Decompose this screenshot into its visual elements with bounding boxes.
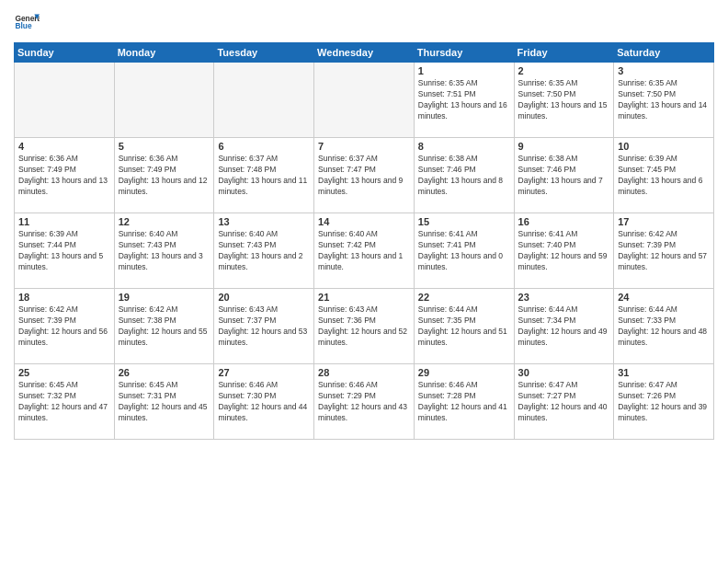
calendar-cell: 3Sunrise: 6:35 AMSunset: 7:50 PMDaylight… [614, 63, 714, 138]
calendar-cell: 23Sunrise: 6:44 AMSunset: 7:34 PMDayligh… [514, 289, 614, 364]
day-number: 27 [218, 367, 310, 378]
day-number: 6 [218, 141, 310, 152]
calendar-cell: 5Sunrise: 6:36 AMSunset: 7:49 PMDaylight… [114, 138, 214, 213]
calendar-week-row: 25Sunrise: 6:45 AMSunset: 7:32 PMDayligh… [15, 364, 714, 440]
day-info: Sunrise: 6:38 AMSunset: 7:46 PMDaylight:… [418, 154, 510, 198]
day-number: 17 [618, 216, 710, 227]
calendar-week-row: 11Sunrise: 6:39 AMSunset: 7:44 PMDayligh… [15, 213, 714, 289]
day-number: 20 [218, 292, 310, 303]
day-number: 16 [518, 216, 610, 227]
day-info: Sunrise: 6:35 AMSunset: 7:51 PMDaylight:… [418, 78, 510, 122]
day-info: Sunrise: 6:45 AMSunset: 7:32 PMDaylight:… [18, 380, 110, 424]
day-info: Sunrise: 6:42 AMSunset: 7:39 PMDaylight:… [618, 229, 710, 273]
calendar-cell: 20Sunrise: 6:43 AMSunset: 7:37 PMDayligh… [214, 289, 314, 364]
day-info: Sunrise: 6:44 AMSunset: 7:33 PMDaylight:… [618, 304, 710, 349]
calendar-cell: 2Sunrise: 6:35 AMSunset: 7:50 PMDaylight… [514, 63, 614, 138]
day-info: Sunrise: 6:46 AMSunset: 7:28 PMDaylight:… [418, 380, 510, 424]
calendar-cell: 11Sunrise: 6:39 AMSunset: 7:44 PMDayligh… [15, 213, 115, 289]
day-info: Sunrise: 6:43 AMSunset: 7:37 PMDaylight:… [218, 304, 310, 349]
col-header-saturday: Saturday [614, 43, 714, 63]
day-info: Sunrise: 6:44 AMSunset: 7:34 PMDaylight:… [518, 304, 610, 349]
day-info: Sunrise: 6:41 AMSunset: 7:40 PMDaylight:… [518, 229, 610, 273]
day-info: Sunrise: 6:45 AMSunset: 7:31 PMDaylight:… [119, 380, 210, 424]
calendar-cell: 27Sunrise: 6:46 AMSunset: 7:30 PMDayligh… [214, 364, 314, 440]
calendar-cell: 16Sunrise: 6:41 AMSunset: 7:40 PMDayligh… [514, 213, 614, 289]
day-info: Sunrise: 6:43 AMSunset: 7:36 PMDaylight:… [318, 304, 410, 349]
day-info: Sunrise: 6:42 AMSunset: 7:39 PMDaylight:… [18, 304, 110, 349]
calendar-cell: 15Sunrise: 6:41 AMSunset: 7:41 PMDayligh… [414, 213, 514, 289]
day-number: 22 [418, 292, 510, 303]
calendar-cell: 1Sunrise: 6:35 AMSunset: 7:51 PMDaylight… [414, 63, 514, 138]
calendar-week-row: 4Sunrise: 6:36 AMSunset: 7:49 PMDaylight… [15, 138, 714, 213]
calendar-cell: 31Sunrise: 6:47 AMSunset: 7:26 PMDayligh… [614, 364, 714, 440]
calendar-cell [15, 63, 115, 138]
calendar-cell: 17Sunrise: 6:42 AMSunset: 7:39 PMDayligh… [614, 213, 714, 289]
calendar-table: SundayMondayTuesdayWednesdayThursdayFrid… [14, 42, 714, 440]
day-number: 13 [218, 216, 310, 227]
calendar-cell: 9Sunrise: 6:38 AMSunset: 7:46 PMDaylight… [514, 138, 614, 213]
day-number: 1 [418, 65, 510, 76]
day-info: Sunrise: 6:47 AMSunset: 7:27 PMDaylight:… [518, 380, 610, 424]
day-number: 19 [119, 292, 210, 303]
day-number: 26 [119, 367, 210, 378]
calendar-cell: 30Sunrise: 6:47 AMSunset: 7:27 PMDayligh… [514, 364, 614, 440]
col-header-thursday: Thursday [414, 43, 514, 63]
day-number: 8 [418, 141, 510, 152]
day-info: Sunrise: 6:44 AMSunset: 7:35 PMDaylight:… [418, 304, 510, 349]
day-info: Sunrise: 6:40 AMSunset: 7:43 PMDaylight:… [218, 229, 310, 273]
day-number: 3 [618, 65, 710, 76]
day-number: 11 [18, 216, 110, 227]
col-header-wednesday: Wednesday [314, 43, 415, 63]
calendar-cell: 10Sunrise: 6:39 AMSunset: 7:45 PMDayligh… [614, 138, 714, 213]
day-info: Sunrise: 6:40 AMSunset: 7:42 PMDaylight:… [318, 229, 410, 273]
col-header-monday: Monday [114, 43, 214, 63]
calendar-cell [314, 63, 415, 138]
day-number: 9 [518, 141, 610, 152]
calendar-week-row: 18Sunrise: 6:42 AMSunset: 7:39 PMDayligh… [15, 289, 714, 364]
calendar-cell [114, 63, 214, 138]
calendar-cell: 6Sunrise: 6:37 AMSunset: 7:48 PMDaylight… [214, 138, 314, 213]
calendar-cell: 14Sunrise: 6:40 AMSunset: 7:42 PMDayligh… [314, 213, 415, 289]
calendar-cell: 28Sunrise: 6:46 AMSunset: 7:29 PMDayligh… [314, 364, 415, 440]
calendar-cell: 22Sunrise: 6:44 AMSunset: 7:35 PMDayligh… [414, 289, 514, 364]
day-info: Sunrise: 6:47 AMSunset: 7:26 PMDaylight:… [618, 380, 710, 424]
calendar-cell: 25Sunrise: 6:45 AMSunset: 7:32 PMDayligh… [15, 364, 115, 440]
calendar-cell: 12Sunrise: 6:40 AMSunset: 7:43 PMDayligh… [114, 213, 214, 289]
day-number: 25 [18, 367, 110, 378]
day-info: Sunrise: 6:46 AMSunset: 7:29 PMDaylight:… [318, 380, 410, 424]
calendar-cell: 18Sunrise: 6:42 AMSunset: 7:39 PMDayligh… [15, 289, 115, 364]
header: General Blue [14, 9, 714, 35]
day-info: Sunrise: 6:40 AMSunset: 7:43 PMDaylight:… [119, 229, 210, 273]
day-info: Sunrise: 6:37 AMSunset: 7:48 PMDaylight:… [218, 154, 310, 198]
calendar-week-row: 1Sunrise: 6:35 AMSunset: 7:51 PMDaylight… [15, 63, 714, 138]
day-number: 12 [119, 216, 210, 227]
day-number: 30 [518, 367, 610, 378]
calendar-cell: 24Sunrise: 6:44 AMSunset: 7:33 PMDayligh… [614, 289, 714, 364]
day-number: 18 [18, 292, 110, 303]
svg-text:Blue: Blue [15, 21, 31, 30]
logo-icon: General Blue [14, 9, 40, 35]
day-info: Sunrise: 6:39 AMSunset: 7:44 PMDaylight:… [18, 229, 110, 273]
day-number: 14 [318, 216, 410, 227]
day-number: 29 [418, 367, 510, 378]
calendar-cell: 19Sunrise: 6:42 AMSunset: 7:38 PMDayligh… [114, 289, 214, 364]
calendar-cell: 7Sunrise: 6:37 AMSunset: 7:47 PMDaylight… [314, 138, 415, 213]
day-number: 23 [518, 292, 610, 303]
calendar-cell: 13Sunrise: 6:40 AMSunset: 7:43 PMDayligh… [214, 213, 314, 289]
calendar-cell: 4Sunrise: 6:36 AMSunset: 7:49 PMDaylight… [15, 138, 115, 213]
calendar-cell [214, 63, 314, 138]
day-number: 2 [518, 65, 610, 76]
day-number: 31 [618, 367, 710, 378]
day-number: 4 [18, 141, 110, 152]
day-info: Sunrise: 6:41 AMSunset: 7:41 PMDaylight:… [418, 229, 510, 273]
day-info: Sunrise: 6:36 AMSunset: 7:49 PMDaylight:… [18, 154, 110, 198]
day-number: 28 [318, 367, 410, 378]
calendar-cell: 29Sunrise: 6:46 AMSunset: 7:28 PMDayligh… [414, 364, 514, 440]
day-info: Sunrise: 6:35 AMSunset: 7:50 PMDaylight:… [518, 78, 610, 122]
day-info: Sunrise: 6:35 AMSunset: 7:50 PMDaylight:… [618, 78, 710, 122]
day-info: Sunrise: 6:38 AMSunset: 7:46 PMDaylight:… [518, 154, 610, 198]
day-number: 10 [618, 141, 710, 152]
day-number: 24 [618, 292, 710, 303]
calendar-cell: 21Sunrise: 6:43 AMSunset: 7:36 PMDayligh… [314, 289, 415, 364]
col-header-tuesday: Tuesday [214, 43, 314, 63]
